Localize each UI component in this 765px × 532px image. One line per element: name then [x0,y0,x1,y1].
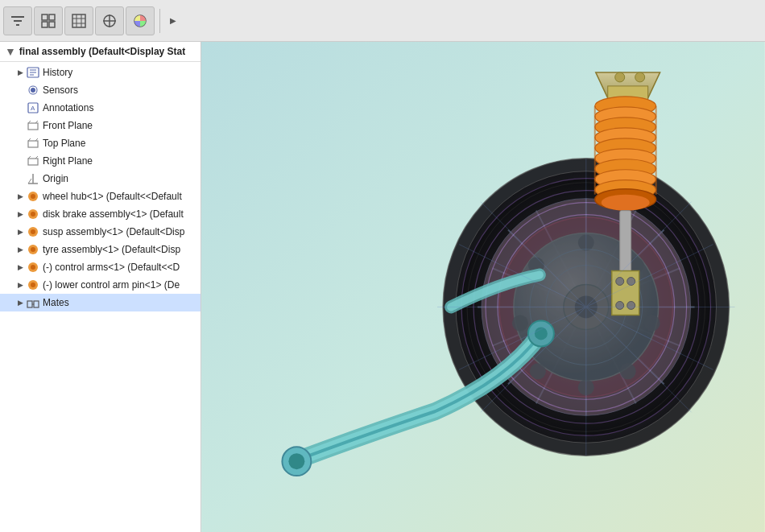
svg-point-36 [31,194,35,199]
right-plane-icon [26,154,40,168]
svg-rect-0 [11,16,24,18]
assembly-3d-view [201,42,765,532]
sidebar-item-disk-brake[interactable]: ▶ disk brake assembly<1> (Default [0,205,201,223]
top-plane-icon [26,136,40,151]
mates-icon [26,295,40,310]
filter-button[interactable] [3,6,32,35]
front-plane-icon [26,118,40,133]
sidebar-header: ▼ final assembly (Default<Display Stat [0,42,201,62]
svg-point-46 [31,282,35,287]
svg-line-34 [28,179,31,184]
svg-point-38 [31,212,35,217]
disk-brake-label: disk brake assembly<1> (Default [43,208,184,220]
lower-control-pin-label: (-) lower control arm pin<1> (De [43,279,180,291]
origin-icon [26,171,40,186]
svg-point-110 [616,301,624,309]
funnel-icon: ▼ [5,45,16,58]
chevron-right-icon: ▶ [170,16,176,25]
sidebar-item-top-plane[interactable]: Top Plane [0,134,201,152]
svg-point-109 [627,278,635,286]
svg-point-90 [615,72,625,82]
svg-point-108 [616,278,624,286]
sidebar-item-susp-assembly[interactable]: ▶ susp assembly<1> (Default<Disp [0,223,201,241]
sidebar-item-mates[interactable]: ▶ Mates [0,294,201,311]
svg-rect-7 [72,14,85,27]
sidebar-item-lower-control-pin[interactable]: ▶ (-) lower control arm pin<1> (De [0,276,201,294]
annotations-icon: A [26,101,40,115]
wheel-hub-label: wheel hub<1> (Default<<Default [43,191,182,202]
wheel-hub-icon [26,189,40,204]
sensors-label: Sensors [43,85,78,96]
assembly-title: final assembly (Default<Display Stat [19,46,185,57]
expand-arrow-disk-brake: ▶ [14,210,26,218]
sidebar-tree: ▶ History Sensors A Annotati [0,62,201,532]
target-icon [101,13,118,29]
toolbar: ▶ [0,0,765,42]
svg-rect-3 [42,14,48,20]
grid-icon [40,13,56,29]
viewport[interactable] [201,42,765,532]
right-plane-label: Right Plane [43,155,93,167]
svg-point-44 [31,265,35,270]
sidebar-item-wheel-hub[interactable]: ▶ wheel hub<1> (Default<<Default [0,188,201,205]
expand-arrow-wheel-hub: ▶ [14,192,26,200]
lower-control-pin-icon [26,278,40,292]
control-arms-icon [26,260,40,274]
sidebar-item-tyre-assembly[interactable]: ▶ tyre assembly<1> (Default<Disp [0,241,201,258]
svg-rect-2 [16,24,19,26]
expand-arrow-control-arms: ▶ [14,263,26,271]
filter-icon [10,13,26,29]
more-button[interactable]: ▶ [165,6,181,35]
svg-rect-48 [34,301,39,307]
main-area: ▼ final assembly (Default<Display Stat ▶… [0,42,765,532]
sidebar-item-right-plane[interactable]: Right Plane [0,152,201,170]
grid-button[interactable] [34,6,63,35]
svg-rect-5 [42,22,48,27]
tyre-assembly-icon [26,242,40,257]
expand-arrow-lower-control-pin: ▶ [14,281,26,289]
layers-button[interactable] [64,6,93,35]
svg-rect-106 [620,211,631,275]
svg-rect-23 [28,123,38,130]
history-label: History [43,67,72,78]
svg-point-91 [635,72,645,82]
tyre-assembly-label: tyre assembly<1> (Default<Disp [43,244,180,255]
svg-rect-1 [14,20,22,22]
sidebar-item-sensors[interactable]: Sensors [0,81,201,99]
sidebar-item-annotations[interactable]: A Annotations [0,99,201,117]
svg-point-104 [602,195,650,211]
susp-assembly-icon [26,225,40,239]
color-icon [132,13,148,29]
history-icon [26,65,40,80]
susp-assembly-label: susp assembly<1> (Default<Disp [43,226,184,237]
sidebar-item-front-plane[interactable]: Front Plane [0,117,201,134]
color-button[interactable] [126,6,155,35]
expand-arrow-history: ▶ [14,68,26,76]
svg-rect-4 [49,14,55,20]
annotations-label: Annotations [43,102,93,113]
svg-point-20 [31,88,35,93]
sidebar-item-control-arms[interactable]: ▶ (-) control arms<1> (Default<<D [0,258,201,276]
mates-label: Mates [43,297,69,308]
toolbar-separator [159,9,160,33]
expand-arrow-tyre-assembly: ▶ [14,245,26,254]
svg-point-40 [31,229,35,234]
sidebar-item-history[interactable]: ▶ History [0,64,201,81]
svg-rect-47 [27,301,32,307]
control-arms-label: (-) control arms<1> (Default<<D [43,262,180,273]
origin-label: Origin [43,173,68,184]
sensors-icon [26,83,40,97]
svg-rect-29 [28,159,38,165]
disk-brake-icon [26,207,40,221]
expand-arrow-susp-assembly: ▶ [14,228,26,236]
svg-point-113 [288,453,304,469]
target-button[interactable] [95,6,124,35]
svg-point-111 [627,301,635,309]
layers-icon [71,13,87,29]
expand-arrow-mates: ▶ [14,299,26,307]
front-plane-label: Front Plane [43,120,93,131]
sidebar-item-origin[interactable]: Origin [0,170,201,188]
sidebar: ▼ final assembly (Default<Display Stat ▶… [0,42,201,532]
svg-rect-6 [49,22,55,27]
top-plane-label: Top Plane [43,138,85,149]
